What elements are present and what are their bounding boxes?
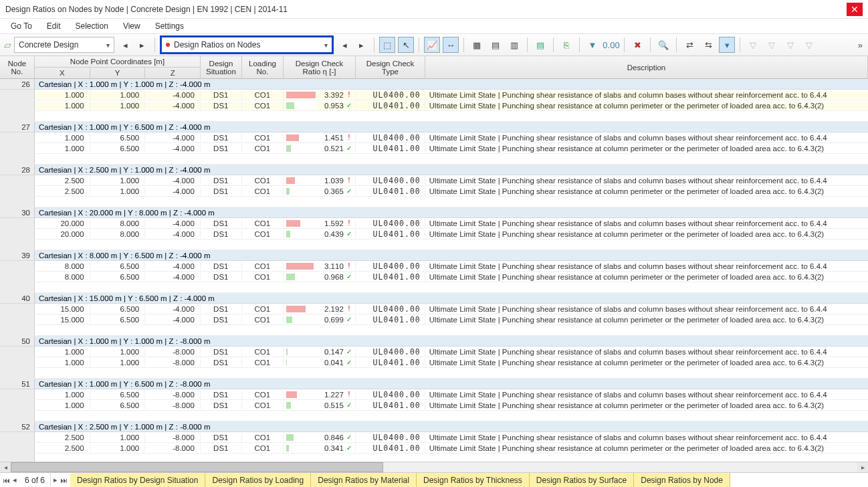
cell-loading: CO1 [242,262,284,270]
table-row[interactable]: 2.5001.000-4.000DS1CO10.365✓UL0401.00Ult… [0,186,868,197]
group-row[interactable]: 30Cartesian | X : 20.000 m | Y : 8.000 m… [0,207,868,218]
table-row[interactable]: 1.0001.000-4.000DS1CO13.392!UL0400.00Ult… [0,90,868,100]
cell-z: -8.000 [145,433,201,442]
layout3-icon[interactable]: ▥ [506,37,522,53]
last-sheet-icon[interactable]: ⏭ [60,476,68,484]
prev-sheet-icon[interactable]: ◂ [13,476,17,484]
hscroll-right-icon[interactable]: ▸ [857,462,868,472]
cell-situation: DS1 [201,187,242,195]
tool3-icon[interactable]: ▾ [719,37,735,53]
col-y[interactable]: Y [90,68,146,78]
group-row[interactable]: 50Cartesian | X : 1.000 m | Y : 1.000 m … [0,336,868,347]
pass-icon: ✓ [346,401,352,409]
table-row[interactable]: 1.0006.500-8.000DS1CO11.227!UL0400.00Ult… [0,389,868,400]
group-row[interactable]: 39Cartesian | X : 8.000 m | Y : 6.500 m … [0,250,868,261]
nav-next-button[interactable]: ▸ [134,37,150,53]
chart-icon[interactable]: 📈 [424,37,440,53]
menu-edit[interactable]: Edit [40,20,68,32]
col-situation[interactable]: Design Situation [201,56,242,78]
layout2-icon[interactable]: ▤ [487,37,504,53]
filter3-icon[interactable]: ▽ [782,37,798,53]
table-row[interactable]: 1.0006.500-4.000DS1CO10.521✓UL0401.00Ult… [0,143,868,154]
sheet-tab[interactable]: Design Ratios by Loading [205,473,311,487]
col-type[interactable]: Design Check Type [356,56,425,78]
decimals-icon[interactable]: 0.00 [603,37,619,53]
table-row[interactable]: 2.5001.000-8.000DS1CO10.341✓UL0401.00Ult… [0,443,868,454]
sheet-tab[interactable]: Design Ratios by Surface [530,473,634,487]
table-row[interactable]: 20.0008.000-4.000DS1CO10.439✓UL0401.00Ul… [0,229,868,239]
cell-x: 1.000 [35,348,90,356]
nav-prev-button[interactable]: ◂ [117,37,133,53]
col-coords-group[interactable]: Node Point Coordinates [m] [35,56,200,67]
nav-prev-button[interactable]: ◂ [336,37,352,53]
pointer-icon[interactable]: ↖ [398,37,414,53]
sheet-tab[interactable]: Design Ratios by Design Situation [70,473,205,487]
cell-ratio: 0.699✓ [284,316,356,324]
col-z[interactable]: Z [145,68,200,78]
col-description[interactable]: Description [425,56,868,78]
cell-description: Ultimate Limit State | Punching shear re… [425,91,868,99]
list-icon[interactable]: ▤ [532,37,548,53]
table-row[interactable]: 15.0006.500-4.000DS1CO12.192!UL0400.00Ul… [0,304,868,314]
col-ratio[interactable]: Design Check Ratio η [-] [284,56,356,78]
filter2-icon[interactable]: ▽ [764,37,780,53]
view-dropdown[interactable]: Design Ratios on Nodes ▾ [160,35,334,54]
layout-icon[interactable]: ▦ [469,37,485,53]
filter-icon[interactable]: ▼ [584,37,601,53]
horizontal-scrollbar[interactable]: ◂ ▸ [0,462,868,472]
table-row[interactable]: 1.0001.000-8.000DS1CO10.147✓UL0400.00Ult… [0,347,868,357]
first-sheet-icon[interactable]: ⏮ [3,476,10,484]
table-row[interactable]: 20.0008.000-4.000DS1CO11.592!UL0400.00Ul… [0,218,868,229]
col-loading[interactable]: Loading No. [242,56,284,78]
menu-settings[interactable]: Settings [148,20,191,32]
cell-x: 1.000 [35,102,90,110]
next-sheet-icon[interactable]: ▸ [53,476,58,484]
group-row[interactable]: 26Cartesian | X : 1.000 m | Y : 1.000 m … [0,79,868,90]
sheet-tab[interactable]: Design Ratios by Node [634,473,730,487]
menu-selection[interactable]: Selection [69,20,115,32]
tool2-icon[interactable]: ⇆ [700,37,716,53]
hscroll-left-icon[interactable]: ◂ [0,462,11,472]
cell-description: Ultimate Limit State | Punching shear re… [425,348,868,356]
menu-go-to[interactable]: Go To [4,20,39,32]
table-row[interactable]: 1.0001.000-8.000DS1CO10.041✓UL0401.00Ult… [0,357,868,368]
overflow-icon[interactable]: » [857,40,864,50]
table-row[interactable]: 8.0006.500-4.000DS1CO13.110!UL0400.00Ult… [0,261,868,272]
sheet-tab[interactable]: Design Ratios by Thickness [417,473,530,487]
sheet-tab[interactable]: Design Ratios by Material [311,473,417,487]
tool1-icon[interactable]: ⇄ [681,37,697,53]
table-row[interactable]: 2.5001.000-4.000DS1CO11.039!UL0400.00Ult… [0,175,868,186]
fail-icon: ! [346,391,352,398]
table-row[interactable]: 2.5001.000-8.000DS1CO10.846✓UL0400.00Ult… [0,432,868,443]
group-row[interactable]: 51Cartesian | X : 1.000 m | Y : 6.500 m … [0,379,868,389]
table-row[interactable]: 1.0001.000-4.000DS1CO10.953✓UL0401.00Ult… [0,100,868,111]
grid-body[interactable]: 26Cartesian | X : 1.000 m | Y : 1.000 m … [0,79,868,462]
search-icon[interactable]: 🔍 [655,37,671,53]
cell-y: 1.000 [90,444,146,452]
cell-x: 8.000 [35,262,90,270]
table-row[interactable]: 8.0006.500-4.000DS1CO10.968✓UL0401.00Ult… [0,272,868,282]
filter1-icon[interactable]: ▽ [745,37,761,53]
cell-situation: DS1 [201,91,242,99]
table-row[interactable]: 1.0006.500-4.000DS1CO11.451!UL0400.00Ult… [0,132,868,143]
category-dropdown[interactable]: Concrete Design ▾ [14,37,114,53]
nav-next-button[interactable]: ▸ [353,37,369,53]
group-row[interactable]: 27Cartesian | X : 1.000 m | Y : 6.500 m … [0,122,868,132]
group-row[interactable]: 40Cartesian | X : 15.000 m | Y : 6.500 m… [0,293,868,304]
select-icon[interactable]: ⬚ [379,37,395,53]
close-button[interactable]: ✕ [847,3,863,16]
col-node-no[interactable]: Node No. [0,56,35,78]
col-x[interactable]: X [35,68,90,78]
table-row[interactable]: 1.0006.500-8.000DS1CO10.515✓UL0401.00Ult… [0,400,868,411]
group-row[interactable]: 28Cartesian | X : 2.500 m | Y : 1.000 m … [0,165,868,175]
filter4-icon[interactable]: ▽ [801,37,817,53]
cell-y: 8.000 [90,219,146,227]
dimension-icon[interactable]: ↔ [443,37,459,53]
clear-icon[interactable]: ✖ [629,37,645,53]
menu-view[interactable]: View [116,20,147,32]
group-row[interactable]: 52Cartesian | X : 2.500 m | Y : 1.000 m … [0,421,868,432]
table-row[interactable]: 15.0006.500-4.000DS1CO10.699✓UL0401.00Ul… [0,314,868,325]
export-icon[interactable]: ⎘ [558,37,574,53]
cell-type: UL0401.00 [356,358,425,367]
cell-type: UL0400.00 [356,433,425,442]
